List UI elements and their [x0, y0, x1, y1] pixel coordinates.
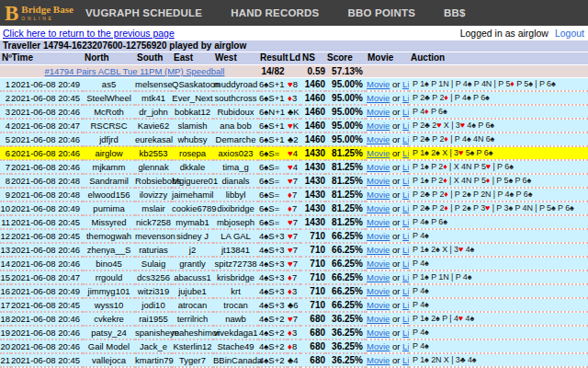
- lin-link[interactable]: Lin: [402, 231, 409, 241]
- lin-link[interactable]: Lin: [402, 134, 409, 144]
- lin-link[interactable]: Lin: [402, 203, 409, 213]
- cell-percent-score: 66.25%: [325, 229, 366, 243]
- red-suit-symbol: ♦: [288, 341, 292, 351]
- back-link[interactable]: Click here to return to the previous pag…: [3, 28, 175, 39]
- cell-percent-score: 95.00%: [325, 119, 366, 132]
- movie-link[interactable]: Movie: [367, 259, 390, 269]
- menu-item-bbo-points[interactable]: BBO POINTS: [347, 7, 415, 18]
- cell-auction: P 1♠ P 1N | P 4♠: [409, 270, 588, 284]
- movie-link[interactable]: Movie: [367, 162, 390, 172]
- cell-east: jujube1: [172, 284, 213, 298]
- lin-link[interactable]: Lin: [402, 314, 409, 324]
- lin-link[interactable]: Lin: [402, 355, 409, 365]
- lin-link[interactable]: Lin: [402, 272, 409, 282]
- lin-link[interactable]: Lin: [402, 93, 409, 103]
- or-label: or: [390, 162, 402, 172]
- tournament-link[interactable]: #14794 Pairs ACBL Tue 11PM (MP) Speedbal…: [45, 66, 225, 76]
- cell-percent-score: 36.25%: [325, 339, 366, 353]
- cell-north: themogwah: [83, 229, 135, 243]
- red-suit-symbol: ♦: [486, 176, 491, 185]
- movie-link[interactable]: Movie: [367, 190, 390, 200]
- lin-link[interactable]: Lin: [402, 107, 409, 117]
- cell-row-number: 7: [0, 160, 11, 174]
- table-row: 112021-06-08 20:45Missyrednick7258mymab1…: [0, 215, 588, 229]
- cell-north: bino45: [83, 257, 135, 270]
- cell-movie: Movie or Lin: [366, 105, 409, 119]
- logged-in-text: Logged in as airglow: [460, 28, 548, 39]
- lin-link[interactable]: Lin: [402, 286, 409, 296]
- cell-result: 6♠S=: [258, 174, 288, 188]
- cell-time: 2021-06-08 20:45: [11, 298, 83, 312]
- movie-link[interactable]: Movie: [367, 245, 390, 255]
- movie-link[interactable]: Movie: [367, 314, 390, 324]
- cell-row-number: 19: [0, 326, 11, 339]
- cell-row-number: 2: [0, 91, 11, 105]
- cell-row-number: 21: [0, 353, 11, 367]
- bbo-logo[interactable]: B Bridge Base ONLINE: [0, 3, 79, 24]
- lin-link[interactable]: Lin: [402, 79, 409, 89]
- cell-west: mbjoseph: [213, 215, 258, 229]
- menu-item-vugraph-schedule[interactable]: VUGRAPH SCHEDULE: [85, 7, 202, 18]
- lin-link[interactable]: Lin: [402, 162, 409, 172]
- cell-auction: P 4♠: [409, 229, 588, 243]
- menu-item-bb-[interactable]: BB$: [444, 7, 466, 18]
- cell-movie: Movie or Lin: [366, 188, 409, 201]
- cell-west: southcross: [213, 91, 258, 105]
- cell-movie: Movie or Lin: [366, 132, 409, 146]
- movie-link[interactable]: Movie: [367, 93, 390, 103]
- menu-item-hand-records[interactable]: HAND RECORDS: [231, 7, 319, 18]
- cell-south: raturias: [135, 243, 172, 257]
- movie-link[interactable]: Movie: [367, 121, 390, 131]
- table-row: 42021-06-08 20:47RSCRSCKavie62slamishana…: [0, 119, 588, 132]
- lin-link[interactable]: Lin: [402, 121, 409, 131]
- cell-ns-score: 1430: [300, 215, 325, 229]
- movie-link[interactable]: Movie: [367, 355, 390, 365]
- tournament-row: #14794 Pairs ACBL Tue 11PM (MP) Speedbal…: [0, 65, 588, 78]
- movie-link[interactable]: Movie: [367, 107, 390, 117]
- movie-link[interactable]: Movie: [367, 231, 390, 241]
- cell-num: [0, 65, 11, 78]
- cell-percent-score: 95.00%: [325, 105, 366, 119]
- cell-west: axios023: [213, 146, 258, 160]
- cell-ns-score: 1430: [300, 188, 325, 201]
- lin-link[interactable]: Lin: [402, 259, 409, 269]
- lin-link[interactable]: Lin: [402, 300, 409, 310]
- movie-link[interactable]: Movie: [367, 217, 390, 227]
- movie-link[interactable]: Movie: [367, 341, 390, 351]
- movie-link[interactable]: Movie: [367, 328, 390, 338]
- cell-result: 4♠S+2: [258, 353, 288, 367]
- movie-link[interactable]: Movie: [367, 134, 390, 144]
- movie-link[interactable]: Movie: [367, 286, 390, 296]
- cell-lead: ♥7: [288, 312, 300, 326]
- cell-time: 2021-06-08 20:47: [11, 270, 83, 284]
- cell-row-number: 10: [0, 201, 11, 215]
- cell-time: 2021-06-08 20:46: [11, 312, 83, 326]
- movie-link[interactable]: Movie: [367, 300, 390, 310]
- lin-link[interactable]: Lin: [402, 245, 409, 255]
- red-suit-symbol: ♦: [443, 162, 447, 171]
- cell-auction: P 4♠ P 6♠: [409, 215, 588, 229]
- cell-lead: ♥4: [288, 146, 300, 160]
- movie-link[interactable]: Movie: [367, 148, 390, 158]
- lin-link[interactable]: Lin: [402, 176, 409, 186]
- cell-north: Missyred: [83, 215, 135, 229]
- movie-link[interactable]: Movie: [367, 203, 390, 213]
- cell-lead: ♦3: [288, 326, 300, 339]
- lin-link[interactable]: Lin: [402, 341, 409, 351]
- movie-link[interactable]: Movie: [367, 272, 390, 282]
- red-suit-symbol: ♥: [288, 231, 293, 241]
- cell-percent-score: 95.00%: [325, 91, 366, 105]
- lin-link[interactable]: Lin: [402, 217, 409, 227]
- lin-link[interactable]: Lin: [402, 190, 409, 200]
- movie-link[interactable]: Movie: [367, 79, 390, 89]
- cell-movie: Movie or Lin: [366, 201, 409, 215]
- results-table-body: #14794 Pairs ACBL Tue 11PM (MP) Speedbal…: [0, 65, 588, 368]
- movie-link[interactable]: Movie: [367, 176, 390, 186]
- cell-south: dcs3256: [135, 270, 172, 284]
- lin-link[interactable]: Lin: [402, 148, 409, 158]
- cell-lead: ♥4: [288, 160, 300, 174]
- lin-link[interactable]: Lin: [402, 328, 409, 338]
- cell-row-number: 13: [0, 243, 11, 257]
- logout-link[interactable]: Logout: [555, 28, 584, 39]
- cell-percent-score: 66.25%: [325, 243, 366, 257]
